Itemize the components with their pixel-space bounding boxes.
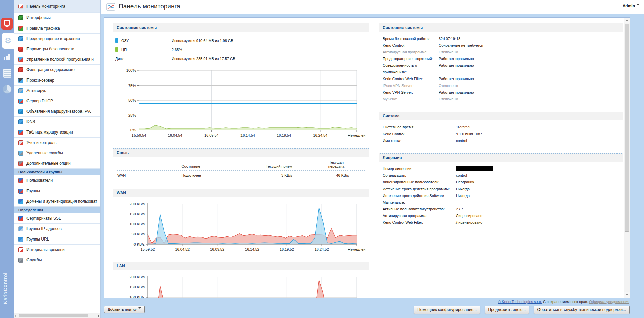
scroll-down-arrow-icon[interactable] <box>624 292 630 298</box>
dashboard-icon <box>106 3 115 11</box>
usage-label: Диск: <box>115 57 172 61</box>
tile-connectivity: Связь СостояниеТекущий приемТекущая пере… <box>113 148 369 184</box>
ipv6-router-icon <box>18 109 23 114</box>
panel-vertical-scrollbar[interactable] <box>624 18 630 298</box>
info-label: Осведомленность о приложениях: <box>383 62 439 75</box>
info-row: IPsec VPN Server:Отключено <box>383 82 619 89</box>
left-column: Состояние системы ОЗУ:Используется 910.6… <box>113 23 369 298</box>
info-label: Предотвращение вторжений: <box>383 55 439 62</box>
legal-notices-link[interactable]: Официал.уведомления <box>589 300 629 304</box>
sidebar-menu: Панель мониторингаИнтерфейсыПравила траф… <box>14 0 100 313</box>
sidebar-item-users[interactable]: Пользователи <box>14 175 100 186</box>
scroll-right-arrow-icon[interactable] <box>98 315 99 317</box>
contact-support-button[interactable]: Обратиться в службу технической поддержк… <box>534 306 630 314</box>
sidebar-item-routing-table[interactable]: Таблица маршрутизации <box>14 127 100 138</box>
svg-text:15:59:54: 15:59:54 <box>132 133 146 137</box>
info-label: Время безотказной работы: <box>383 35 439 42</box>
configuration-section-tab[interactable]: ⚙ <box>2 33 14 49</box>
suggest-idea-button[interactable]: Предложить идею... <box>485 306 530 314</box>
svg-text:0%: 0% <box>130 128 136 132</box>
copyright-text: С сохранением всех прав. <box>542 300 589 304</box>
sidebar-item-dashboard[interactable]: Панель мониторинга <box>14 0 100 13</box>
svg-text:15:59:52: 15:59:52 <box>141 247 155 251</box>
sidebar-horizontal-scrollbar[interactable] <box>14 313 100 318</box>
connectivity-header-row: СостояниеТекущий приемТекущая передача <box>117 160 365 171</box>
sidebar-item-label: Сертификаты SSL <box>26 216 61 221</box>
info-row: Антивирусная программа:Отключено <box>383 49 619 55</box>
kerio-shield-logo-icon[interactable] <box>1 18 13 30</box>
proxy-server-icon <box>18 78 23 83</box>
info-row: Системное время:16:29:59 <box>383 124 619 130</box>
footer-button-row: Добавить плитку Помощник конфигурировани… <box>104 306 630 314</box>
status-bars-icon[interactable] <box>4 54 11 60</box>
sidebar-item-time-ranges[interactable]: Интервалы времени <box>14 245 100 255</box>
logs-document-icon[interactable] <box>3 69 11 78</box>
statistics-pie-icon[interactable] <box>3 85 12 94</box>
sidebar-item-domains-auth[interactable]: Домены и аутентификация пользоват <box>14 196 100 207</box>
system-usage-rows: ОЗУ:Используется 910.64 MB из 1.98 GBЦП:… <box>113 32 369 64</box>
column-header: Состояние <box>182 164 256 168</box>
usage-row: ЦП:2.65% <box>115 45 369 54</box>
configuration-assistant-button[interactable]: Помощник конфигурирования... <box>414 306 480 314</box>
right-column: Состояние системы Время безотказной рабо… <box>379 23 623 235</box>
routing-table-icon <box>18 130 23 135</box>
sidebar-item-label: Управление полосой пропускания и <box>26 57 94 62</box>
svg-text:200 KB/s: 200 KB/s <box>129 202 145 206</box>
sidebar-item-ipv6-ra[interactable]: Объявления маршрутизатора IPv6 <box>14 106 100 117</box>
sidebar-item-bandwidth[interactable]: Управление полосой пропускания и <box>14 54 100 65</box>
info-value: Никогда <box>456 186 619 192</box>
sidebar-item-advanced-options[interactable]: Дополнительные опции <box>14 158 100 169</box>
scroll-left-arrow-icon[interactable] <box>15 315 16 317</box>
usage-value: 2.65% <box>172 48 182 52</box>
lan-traffic-chart: 0 KB/s50 KB/s100 KB/s150 KB/s200 KB/s <box>119 274 359 298</box>
tile-system-info: Система Системное время:16:29:59Kerio Co… <box>379 112 623 149</box>
sidebar-item-intrusion-prevention[interactable]: Предотвращение вторжения <box>14 34 100 44</box>
wan-chart-wrap: 0 KB/s50 KB/s100 KB/s150 KB/s200 KB/s15:… <box>113 197 369 257</box>
tile-header: Лицензия <box>379 153 623 162</box>
sidebar-item-ssl-certificates[interactable]: Сертификаты SSL <box>14 213 100 224</box>
sidebar-item-url-groups[interactable]: Группы URL <box>14 234 100 245</box>
sidebar-item-dns[interactable]: DNS <box>14 117 100 127</box>
advanced-options-icon <box>18 161 23 166</box>
info-label: Антивирусная программа: <box>383 49 439 55</box>
usage-value: Используется 910.64 MB из 1.98 GB <box>172 39 233 43</box>
kerio-control-vertical-logo: KerioControl <box>2 272 8 304</box>
sidebar-item-antivirus[interactable]: Антивирус <box>14 86 100 96</box>
info-value: Неогранич. <box>456 179 619 186</box>
sidebar-item-services[interactable]: Службы <box>14 255 100 265</box>
sidebar-item-traffic-rules[interactable]: Правила трафика <box>14 23 100 34</box>
add-tile-button[interactable]: Добавить плитку <box>104 306 145 313</box>
sidebar-item-label: Службы <box>26 258 42 262</box>
sidebar-item-accounting[interactable]: Учет и контроль <box>14 138 100 148</box>
info-label: Системное время: <box>383 124 456 130</box>
ssl-certificates-icon <box>18 216 23 221</box>
tile-wan: WAN 0 KB/s50 KB/s100 KB/s150 KB/s200 KB/… <box>113 189 369 257</box>
scrollbar-thumb[interactable] <box>625 24 629 232</box>
info-value: Работает правильно <box>439 75 619 82</box>
sidebar-item-remote-services[interactable]: Удаленные службы <box>14 148 100 158</box>
url-groups-icon <box>18 237 23 242</box>
dhcp-server-icon <box>18 99 23 104</box>
sidebar-item-interfaces[interactable]: Интерфейсы <box>14 13 100 23</box>
info-value: Отключено <box>439 49 619 55</box>
sidebar-item-ip-groups[interactable]: Группы IP-адресов <box>14 224 100 234</box>
lan-chart-wrap: 0 KB/s50 KB/s100 KB/s150 KB/s200 KB/s <box>113 270 369 298</box>
time-ranges-icon <box>18 247 23 252</box>
info-row: Истечение срока действия программы:Никог… <box>383 186 619 192</box>
svg-text:Немедлен: Немедлен <box>348 133 366 137</box>
scroll-up-arrow-icon[interactable] <box>624 18 630 23</box>
cell: 3 KB/s <box>256 173 308 177</box>
sidebar-item-security-settings[interactable]: Параметры безопасности <box>14 44 100 54</box>
sidebar-item-label: Объявления маршрутизатора IPv6 <box>26 109 91 114</box>
scrollbar-thumb[interactable] <box>19 314 88 317</box>
svg-text:16:24:54: 16:24:54 <box>313 133 327 137</box>
groups-icon <box>18 189 23 194</box>
connectivity-row[interactable]: WANПодключен3 KB/s46 KB/s <box>117 171 365 180</box>
admin-user-menu[interactable]: Admin <box>623 4 639 8</box>
main-header: Панель мониторинга Admin <box>101 0 644 14</box>
sidebar-item-dhcp[interactable]: Сервер DHCP <box>14 96 100 106</box>
sidebar-item-groups[interactable]: Группы <box>14 186 100 196</box>
sidebar-item-proxy[interactable]: Прокси-сервер <box>14 75 100 86</box>
sidebar-item-content-filter[interactable]: Фильтрация содержимого <box>14 65 100 75</box>
kerio-technologies-link[interactable]: © Kerio Technologies s.r.o. <box>498 300 542 304</box>
